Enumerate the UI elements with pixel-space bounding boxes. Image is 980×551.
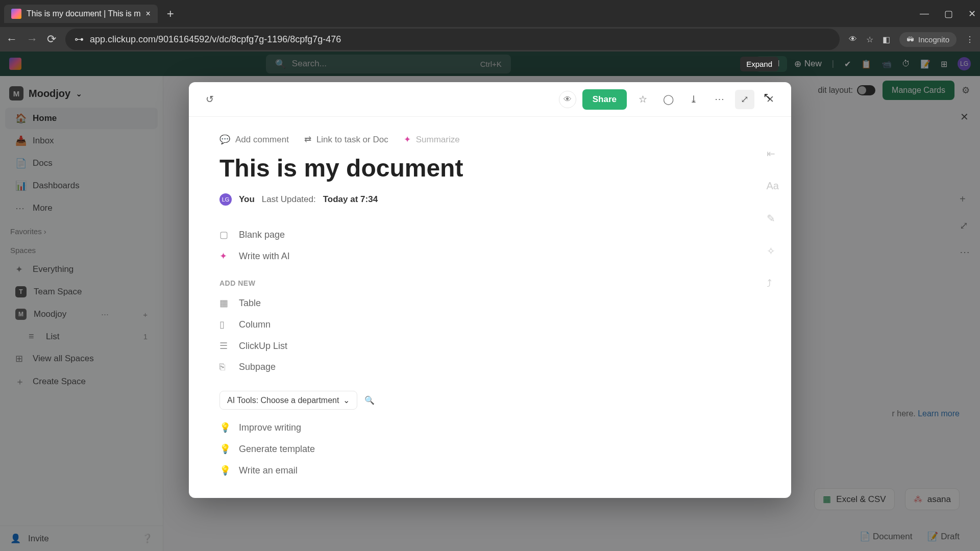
site-info-icon[interactable]: ⊶ (75, 34, 84, 45)
tab-close-icon[interactable]: × (145, 9, 150, 18)
url-text: app.clickup.com/9016164592/v/dc/8cpfg7g-… (90, 34, 341, 45)
download-icon[interactable]: ⤓ (684, 90, 703, 109)
comment-icon: 💬 (219, 134, 230, 145)
author-name: You (239, 194, 255, 205)
doc-history-icon[interactable]: ↺ (200, 90, 219, 109)
sparkle-icon: ✦ (404, 134, 411, 145)
new-tab-button[interactable]: + (162, 7, 179, 21)
tab-title: This is my document | This is m (27, 9, 140, 18)
page-icon: ▢ (219, 229, 231, 240)
browser-address-bar: ← → ⟳ ⊶ app.clickup.com/9016164592/v/dc/… (0, 27, 980, 52)
link-icon: ⇄ (304, 134, 311, 145)
magic-icon[interactable]: ✧ (767, 245, 779, 257)
option-write-with-ai[interactable]: ✦Write with AI (219, 245, 761, 267)
option-write-email[interactable]: 💡Write an email (219, 460, 761, 481)
updated-label: Last Updated: (262, 194, 316, 205)
tab-favicon-icon (11, 9, 21, 19)
window-maximize-icon[interactable]: ▢ (944, 8, 953, 19)
column-icon: ▯ (219, 319, 231, 330)
chevron-down-icon: ⌄ (343, 395, 350, 405)
incognito-badge: 🕶 Incognito (899, 32, 957, 47)
upload-icon[interactable]: ⤴ (767, 278, 779, 289)
option-subpage[interactable]: ⎘Subpage (219, 357, 761, 378)
updated-value: Today at 7:34 (323, 194, 378, 205)
nav-reload-icon[interactable]: ⟳ (47, 33, 56, 46)
expand-modal-icon[interactable]: ⤢ (735, 90, 754, 109)
option-column[interactable]: ▯Column (219, 314, 761, 335)
eye-off-icon[interactable]: 👁 (849, 35, 857, 44)
lightbulb-icon: 💡 (219, 465, 231, 476)
favorite-star-icon[interactable]: ☆ (633, 90, 652, 109)
window-minimize-icon[interactable]: — (920, 8, 929, 19)
typography-icon[interactable]: Aa (767, 180, 779, 192)
link-task-action[interactable]: ⇄Link to task or Doc (304, 134, 388, 145)
add-new-label: ADD NEW (219, 279, 761, 287)
mouse-cursor-icon: ↖ (763, 90, 772, 103)
bookmark-star-icon[interactable]: ☆ (866, 35, 873, 44)
modal-toolbar: ↺ 👁 Share ☆ ◯ ⤓ ⋯ ⤢ ✕ ↖ (189, 82, 791, 117)
search-icon[interactable]: 🔍 (364, 395, 375, 405)
option-clickup-list[interactable]: ☰ClickUp List (219, 335, 761, 357)
browser-tab-strip: This is my document | This is m × + — ▢ … (0, 0, 980, 27)
window-close-icon[interactable]: ✕ (968, 8, 976, 19)
author-avatar[interactable]: LG (219, 193, 232, 206)
expand-tooltip: Expand (740, 57, 778, 71)
comment-bubble-icon[interactable]: ◯ (658, 90, 678, 109)
subpage-icon: ⎘ (219, 362, 231, 372)
url-input[interactable]: ⊶ app.clickup.com/9016164592/v/dc/8cpfg7… (65, 29, 840, 50)
share-button[interactable]: Share (582, 89, 627, 110)
side-panel-icon[interactable]: ◧ (883, 35, 890, 44)
option-blank-page[interactable]: ▢Blank page (219, 224, 761, 245)
sparkle-icon: ✦ (219, 251, 231, 262)
table-icon: ▦ (219, 297, 231, 309)
document-title[interactable]: This is my document (219, 154, 761, 182)
nav-forward-icon[interactable]: → (27, 33, 38, 46)
document-modal: ↺ 👁 Share ☆ ◯ ⤓ ⋯ ⤢ ✕ ↖ 💬Add comment ⇄Li… (189, 82, 791, 498)
add-comment-action[interactable]: 💬Add comment (219, 134, 289, 145)
indent-icon[interactable]: ⇤ (767, 147, 779, 160)
option-generate-template[interactable]: 💡Generate template (219, 438, 761, 460)
wand-icon[interactable]: ✎ (767, 212, 779, 224)
list-icon: ☰ (219, 340, 231, 352)
lightbulb-icon: 💡 (219, 443, 231, 455)
modal-body: 💬Add comment ⇄Link to task or Doc ✦Summa… (189, 117, 791, 498)
modal-more-icon[interactable]: ⋯ (709, 90, 729, 109)
browser-tab[interactable]: This is my document | This is m × (4, 5, 158, 23)
option-table[interactable]: ▦Table (219, 292, 761, 314)
document-meta: LG You Last Updated: Today at 7:34 (219, 193, 761, 206)
ai-tools-dropdown[interactable]: AI Tools: Choose a department ⌄ (219, 391, 357, 410)
incognito-icon: 🕶 (906, 35, 914, 44)
lightbulb-icon: 💡 (219, 422, 231, 433)
nav-back-icon[interactable]: ← (6, 33, 17, 46)
browser-menu-icon[interactable]: ⋮ (966, 35, 974, 44)
summarize-action[interactable]: ✦Summarize (404, 134, 460, 145)
option-improve-writing[interactable]: 💡Improve writing (219, 417, 761, 438)
visibility-icon[interactable]: 👁 (559, 91, 576, 108)
